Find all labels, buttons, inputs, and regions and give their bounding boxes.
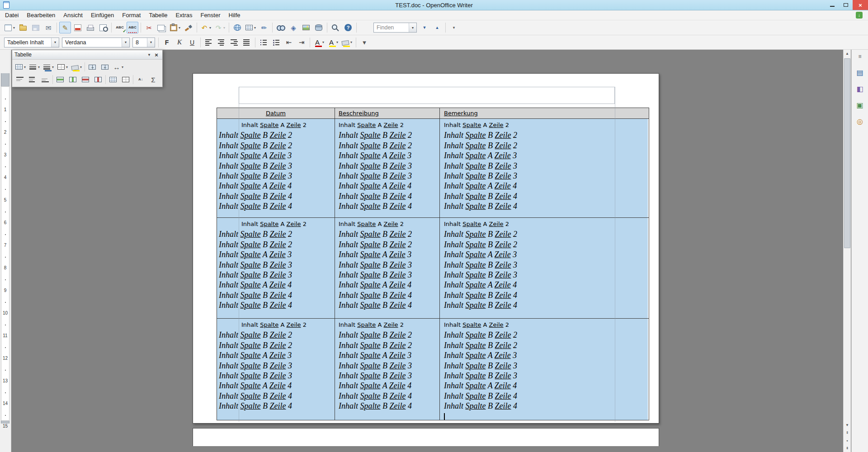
insert-row-button[interactable] — [54, 74, 66, 85]
table-insert-button[interactable]: ▾ — [14, 61, 27, 73]
find-previous-button[interactable]: ▲ — [431, 22, 443, 33]
borders-dropdown-icon[interactable]: ▾ — [66, 65, 68, 69]
vertical-scrollbar[interactable]: ▲ ▼ ⇞ ● ⇟ — [843, 50, 851, 452]
align-top-button[interactable] — [14, 74, 26, 85]
table-properties-button[interactable] — [120, 74, 132, 85]
line-style-button[interactable]: ▾ — [28, 61, 41, 73]
find-input[interactable]: Finden ▾ — [373, 23, 417, 33]
sidebar-gallery-icon[interactable]: ▣ — [854, 99, 866, 111]
table-cell[interactable]: Inhalt Spalte A Zeile 2Inhalt Spalte B Z… — [335, 119, 440, 217]
center-vertical-button[interactable] — [27, 74, 38, 85]
scroll-down-button[interactable]: ▼ — [844, 421, 851, 429]
help-button[interactable]: ? — [342, 22, 354, 33]
table-cell[interactable]: Inhalt Spalte A Zeile 2Inhalt Spalte B Z… — [440, 218, 648, 318]
zoom-button[interactable] — [330, 22, 341, 33]
menu-item-hilfe[interactable]: Hilfe — [225, 10, 245, 20]
delete-row-button[interactable] — [80, 74, 91, 85]
open-button[interactable] — [17, 22, 29, 33]
maximize-button[interactable] — [839, 0, 853, 10]
insert-table-dropdown-icon[interactable]: ▾ — [254, 26, 256, 30]
table-cell[interactable]: Inhalt Spalte A Zeile 2Inhalt Spalte B Z… — [217, 119, 335, 217]
menu-item-ansicht[interactable]: Ansicht — [59, 10, 87, 20]
paragraph-style-dropdown-icon[interactable]: ▾ — [51, 38, 59, 47]
table-cell[interactable]: Inhalt Spalte A Zeile 2Inhalt Spalte B Z… — [335, 319, 440, 420]
table-cell[interactable]: Inhalt Spalte A Zeile 2Inhalt Spalte B Z… — [217, 218, 335, 318]
insert-column-button[interactable] — [67, 74, 79, 85]
export-pdf-button[interactable] — [72, 22, 84, 33]
table-insert-dropdown-icon[interactable]: ▾ — [24, 65, 26, 69]
decrease-indent-button[interactable]: ⇤ — [283, 37, 295, 48]
highlighting-button[interactable]: A▾ — [326, 37, 340, 48]
font-size-combobox[interactable]: 8 ▾ — [132, 38, 155, 47]
table-header-cell[interactable]: Bemerkung — [440, 108, 648, 118]
sidebar-settings-icon[interactable]: ≡ — [854, 52, 866, 61]
line-color-dropdown-icon[interactable]: ▾ — [52, 65, 54, 69]
underline-button[interactable]: U — [186, 37, 198, 48]
bullet-list-button[interactable] — [270, 37, 282, 48]
font-color-dropdown-icon[interactable]: ▾ — [322, 40, 324, 44]
split-cells-button[interactable] — [99, 61, 111, 73]
table-cell[interactable]: Inhalt Spalte A Zeile 2Inhalt Spalte B Z… — [440, 319, 648, 420]
align-justify-button[interactable] — [241, 37, 253, 48]
next-page-button[interactable]: ⇟ — [844, 444, 851, 452]
table-cell[interactable]: Inhalt Spalte A Zeile 2Inhalt Spalte B Z… — [440, 119, 648, 217]
toolbar-options-button[interactable]: ▾ — [359, 37, 370, 48]
new-document-dropdown-icon[interactable]: ▾ — [13, 26, 15, 30]
delete-column-button[interactable] — [92, 74, 104, 85]
merge-cells-button[interactable] — [86, 61, 98, 73]
scroll-up-button[interactable]: ▲ — [844, 50, 851, 57]
edit-file-button[interactable]: ✎ — [59, 22, 71, 33]
increase-indent-button[interactable]: ⇥ — [296, 37, 307, 48]
navigator-button[interactable]: ◈ — [288, 22, 299, 33]
sort-button[interactable]: A↓ — [135, 74, 146, 85]
redo-dropdown-icon[interactable]: ▾ — [223, 26, 225, 30]
undo-button[interactable]: ↶▾ — [199, 22, 212, 33]
minimize-button[interactable] — [826, 0, 839, 10]
navigation-button[interactable]: ● — [844, 437, 851, 444]
table-header-cell[interactable]: Datum — [217, 108, 335, 118]
print-button[interactable] — [85, 22, 96, 33]
copy-button[interactable] — [156, 22, 168, 33]
sidebar-properties-icon[interactable]: ▤ — [854, 66, 866, 79]
gallery-button[interactable] — [300, 22, 312, 33]
menu-item-tabelle[interactable]: Tabelle — [145, 10, 171, 20]
find-replace-button[interactable] — [275, 22, 287, 33]
borders-button[interactable]: ▾ — [56, 61, 69, 73]
insert-table-button[interactable]: ▾ — [244, 22, 257, 33]
save-button[interactable] — [30, 22, 42, 33]
new-document-button[interactable]: ▾ — [3, 22, 16, 33]
table-header-cell[interactable]: Beschreibung — [335, 108, 440, 118]
table-background-dropdown-icon[interactable]: ▾ — [80, 65, 82, 69]
font-name-dropdown-icon[interactable]: ▾ — [122, 38, 129, 47]
line-style-dropdown-icon[interactable]: ▾ — [38, 65, 40, 69]
email-button[interactable]: ✉ — [42, 22, 54, 33]
paragraph-style-combobox[interactable]: Tabellen Inhalt ▾ — [4, 38, 59, 47]
sidebar-navigator-icon[interactable]: ◎ — [854, 115, 866, 127]
table-background-button[interactable]: ▾ — [70, 61, 83, 73]
line-color-button[interactable]: ▾ — [42, 61, 55, 73]
update-notification-icon[interactable]: ↓ — [856, 12, 863, 19]
optimize-button[interactable]: ↔▾ — [112, 61, 125, 73]
background-color-dropdown-icon[interactable]: ▾ — [350, 40, 352, 44]
toolbar-overflow-button[interactable]: ▾ — [448, 22, 460, 33]
menu-item-extras[interactable]: Extras — [172, 10, 197, 20]
hyperlink-button[interactable] — [231, 22, 243, 33]
menu-item-einfgen[interactable]: Einfügen — [87, 10, 118, 20]
table-cell[interactable]: Inhalt Spalte A Zeile 2Inhalt Spalte B Z… — [217, 319, 335, 420]
close-button[interactable]: × — [853, 0, 868, 10]
redo-button[interactable]: ↷▾ — [213, 22, 226, 33]
autospellcheck-button[interactable]: ABC — [127, 22, 138, 33]
menu-item-datei[interactable]: Datei — [1, 10, 23, 20]
draw-functions-button[interactable]: ✏ — [258, 22, 270, 33]
optimize-dropdown-icon[interactable]: ▾ — [122, 65, 123, 69]
data-sources-button[interactable] — [313, 22, 325, 33]
align-center-button[interactable] — [216, 37, 227, 48]
sum-button[interactable]: Σ — [147, 74, 159, 85]
menu-item-fenster[interactable]: Fenster — [196, 10, 224, 20]
background-color-button[interactable]: ▾ — [340, 37, 354, 48]
document-page[interactable]: DatumBeschreibungBemerkungInhalt Spalte … — [193, 73, 659, 424]
sidebar-styles-icon[interactable]: ◧ — [854, 82, 866, 95]
align-right-button[interactable] — [228, 37, 240, 48]
table-cell[interactable]: Inhalt Spalte A Zeile 2Inhalt Spalte B Z… — [335, 218, 440, 318]
scrollbar-thumb[interactable] — [844, 58, 850, 248]
